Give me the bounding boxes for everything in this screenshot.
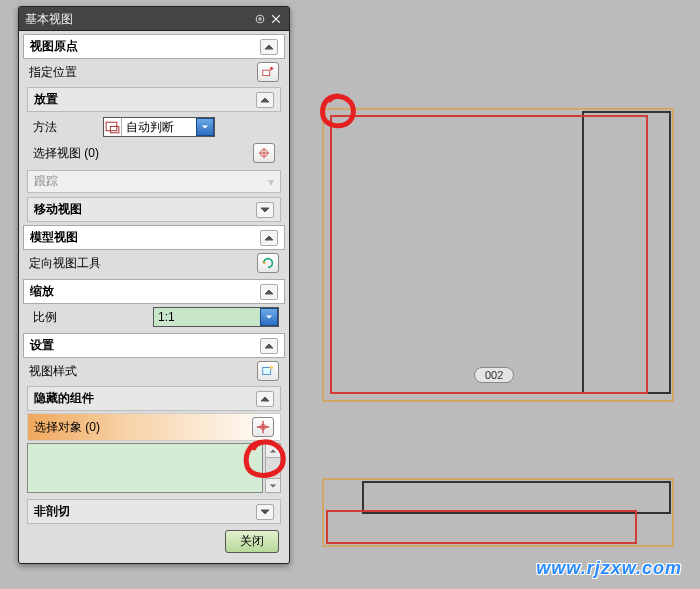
chevron-down-icon[interactable] [196,118,214,136]
chevron-up-icon[interactable] [260,284,278,300]
svg-point-7 [270,366,274,370]
canvas-bottom-red [326,510,637,544]
scroll-down-icon[interactable] [266,478,280,492]
canvas-badge: 002 [474,367,514,383]
chevron-up-icon[interactable] [260,338,278,354]
method-value: 自动判断 [122,119,196,136]
panel-titlebar[interactable]: 基本视图 [19,7,289,31]
method-dropdown[interactable]: 自动判断 [103,117,215,137]
method-label: 方法 [33,119,103,136]
scrollbar[interactable] [265,443,281,493]
view-style-row: 视图样式 [23,358,285,384]
svg-point-0 [256,15,264,23]
object-list[interactable] [27,443,263,493]
section-label: 设置 [30,337,54,354]
subsection-hidden-components[interactable]: 隐藏的组件 [27,386,281,411]
view-style-label: 视图样式 [29,363,257,380]
chevron-up-icon[interactable] [256,92,274,108]
chevron-down-icon[interactable] [260,308,278,326]
section-scale[interactable]: 缩放 [23,279,285,304]
subsection-move-view[interactable]: 移动视图 [27,197,281,222]
method-option-icon [104,118,122,136]
chevron-down-icon: ▾ [268,175,274,189]
scroll-up-icon[interactable] [266,444,280,458]
select-object-row[interactable]: 选择对象 (0) [27,413,281,441]
svg-point-1 [259,17,261,19]
chevron-up-icon[interactable] [260,230,278,246]
subsection-label: 放置 [34,91,58,108]
chevron-down-icon[interactable] [256,202,274,218]
select-object-button[interactable] [252,417,274,437]
section-model-view[interactable]: 模型视图 [23,225,285,250]
track-row-disabled: 跟踪 ▾ [27,170,281,193]
subsection-placement[interactable]: 放置 [27,87,281,112]
track-label: 跟踪 [34,173,58,190]
section-label: 视图原点 [30,38,78,55]
non-section-label: 非剖切 [34,503,70,520]
panel-title: 基本视图 [25,7,253,31]
ratio-value: 1:1 [154,310,260,324]
svg-rect-6 [263,368,271,375]
chevron-up-icon[interactable] [260,39,278,55]
section-label: 缩放 [30,283,54,300]
move-view-label: 移动视图 [34,201,82,218]
subsection-non-section[interactable]: 非剖切 [27,499,281,524]
select-view-button[interactable] [253,143,275,163]
view-style-button[interactable] [257,361,279,381]
canvas-red-rect [330,115,648,394]
orient-tool-button[interactable] [257,253,279,273]
specify-position-button[interactable] [257,62,279,82]
hidden-comp-label: 隐藏的组件 [34,390,94,407]
ratio-dropdown[interactable]: 1:1 [153,307,279,327]
specify-position-row: 指定位置 [23,59,285,85]
section-settings[interactable]: 设置 [23,333,285,358]
section-view-origin[interactable]: 视图原点 [23,34,285,59]
chevron-down-icon[interactable] [256,504,274,520]
specify-position-label: 指定位置 [29,64,257,81]
select-object-label: 选择对象 (0) [34,419,100,436]
svg-rect-2 [263,70,270,75]
method-row: 方法 自动判断 [29,114,279,140]
basic-view-panel: 基本视图 视图原点 指定位置 放置 方法 自 [18,6,290,564]
watermark: www.rjzxw.com [536,558,682,579]
section-label: 模型视图 [30,229,78,246]
svg-rect-4 [110,126,119,132]
close-icon[interactable] [269,12,283,26]
gear-icon[interactable] [253,12,267,26]
select-view-label: 选择视图 (0) [33,145,253,162]
orient-tool-label: 定向视图工具 [29,255,257,272]
ratio-row: 比例 1:1 [23,304,285,330]
ratio-label: 比例 [33,309,153,326]
orient-tool-row: 定向视图工具 [23,250,285,276]
object-list-area [27,443,281,493]
close-button[interactable]: 关闭 [225,530,279,553]
chevron-up-icon[interactable] [256,391,274,407]
select-view-row: 选择视图 (0) [29,140,279,166]
